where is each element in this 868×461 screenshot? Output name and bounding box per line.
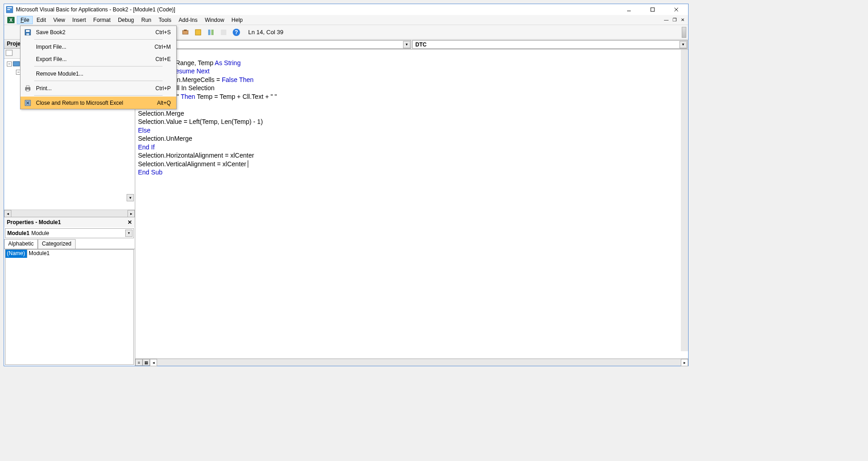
- view-code-icon[interactable]: [5, 50, 15, 58]
- menu-window[interactable]: Window: [201, 16, 228, 24]
- scroll-down-icon[interactable]: ▾: [127, 194, 134, 201]
- file-dropdown-menu: Save Book2 Ctrl+S Import File... Ctrl+M …: [20, 26, 177, 109]
- svg-rect-2: [7, 9, 10, 10]
- menu-view[interactable]: View: [50, 16, 69, 24]
- svg-rect-12: [208, 30, 210, 35]
- app-icon: [6, 6, 13, 13]
- svg-rect-18: [13, 61, 20, 66]
- object-combo[interactable]: ▾: [136, 40, 411, 49]
- properties-grid[interactable]: (Name) Module1: [5, 249, 134, 365]
- property-value-cell[interactable]: Module1: [27, 250, 133, 258]
- code-hscrollbar[interactable]: [157, 359, 681, 366]
- minimize-button[interactable]: [621, 5, 637, 14]
- procedure-view-icon[interactable]: ≡: [135, 359, 143, 366]
- svg-rect-29: [26, 30, 30, 32]
- maximize-button[interactable]: [644, 5, 661, 14]
- properties-object-combo[interactable]: Module1 Module ▾: [5, 228, 134, 238]
- object-browser-icon[interactable]: [205, 27, 216, 38]
- menubar: X File Edit View Insert Format Debug Run…: [4, 15, 688, 25]
- components-icon[interactable]: [193, 27, 204, 38]
- svg-rect-32: [26, 86, 29, 87]
- svg-rect-33: [26, 89, 29, 91]
- svg-rect-10: [184, 30, 187, 31]
- mdi-close-button[interactable]: ✕: [679, 17, 686, 23]
- svg-rect-14: [221, 30, 226, 35]
- property-name-cell[interactable]: (Name): [5, 250, 27, 258]
- scroll-left-icon[interactable]: ◂: [150, 359, 157, 366]
- scroll-left-icon[interactable]: ◂: [4, 210, 11, 217]
- toolbar-overflow[interactable]: [682, 27, 686, 38]
- excel-icon[interactable]: X: [7, 16, 15, 24]
- close-button[interactable]: [668, 5, 684, 14]
- window-title: Microsoft Visual Basic for Applications …: [16, 6, 621, 13]
- help-icon[interactable]: ?: [231, 27, 242, 38]
- svg-rect-30: [26, 33, 29, 35]
- titlebar: Microsoft Visual Basic for Applications …: [4, 4, 688, 15]
- toolbox-icon[interactable]: [180, 27, 191, 38]
- combo-type: Module: [31, 230, 49, 236]
- svg-rect-13: [211, 30, 214, 35]
- menu-export-file[interactable]: Export File... Ctrl+E: [20, 53, 176, 65]
- save-icon: [21, 29, 34, 36]
- menu-tools[interactable]: Tools: [155, 16, 175, 24]
- menu-edit[interactable]: Edit: [33, 16, 50, 24]
- print-icon: [21, 85, 34, 92]
- scroll-right-icon[interactable]: ▸: [681, 359, 688, 366]
- properties-panel: Properties - Module1 ✕ Module1 Module ▾ …: [4, 217, 135, 366]
- menu-addins[interactable]: Add-Ins: [175, 16, 201, 24]
- menu-print[interactable]: Print... Ctrl+P: [20, 82, 176, 94]
- tab-alphabetic[interactable]: Alphabetic: [4, 239, 38, 249]
- svg-rect-9: [183, 31, 188, 34]
- mdi-restore-button[interactable]: ❐: [671, 17, 678, 23]
- svg-rect-17: [6, 50, 12, 56]
- code-editor[interactable]: C() l As Range, Temp As String or Resume…: [135, 50, 688, 359]
- close-icon: [21, 99, 34, 107]
- chevron-down-icon[interactable]: ▾: [679, 41, 687, 48]
- scroll-right-icon[interactable]: ▸: [128, 210, 135, 217]
- procedure-combo[interactable]: DTC ▾: [412, 40, 688, 49]
- menu-run[interactable]: Run: [138, 16, 155, 24]
- combo-name: Module1: [7, 230, 30, 236]
- collapse-icon[interactable]: −: [7, 61, 12, 67]
- menu-import-file[interactable]: Import File... Ctrl+M: [20, 41, 176, 53]
- svg-rect-4: [651, 8, 654, 11]
- svg-text:X: X: [10, 18, 13, 23]
- project-icon: [13, 61, 20, 67]
- disabled-icon: [218, 27, 229, 38]
- svg-rect-11: [195, 30, 201, 35]
- menu-close-return[interactable]: Close and Return to Microsoft Excel Alt+…: [20, 97, 176, 109]
- cursor-position: Ln 14, Col 39: [248, 29, 283, 36]
- tab-categorized[interactable]: Categorized: [38, 239, 76, 249]
- project-hscroll[interactable]: ◂ ▸: [4, 210, 135, 217]
- chevron-down-icon[interactable]: ▾: [125, 230, 133, 237]
- menu-debug[interactable]: Debug: [114, 16, 138, 24]
- menu-file[interactable]: File: [17, 16, 33, 24]
- svg-rect-1: [7, 7, 12, 8]
- menu-remove-module[interactable]: Remove Module1...: [20, 67, 176, 80]
- menu-help[interactable]: Help: [228, 16, 246, 24]
- menu-insert[interactable]: Insert: [69, 16, 90, 24]
- menu-format[interactable]: Format: [90, 16, 114, 24]
- chevron-down-icon[interactable]: ▾: [403, 41, 410, 48]
- menu-save[interactable]: Save Book2 Ctrl+S: [20, 26, 176, 38]
- properties-title: Properties - Module1: [7, 219, 61, 225]
- mdi-minimize-button[interactable]: —: [663, 17, 670, 23]
- code-window: ▾ DTC ▾ C() l As Range, Temp As String o…: [135, 40, 688, 366]
- full-module-view-icon[interactable]: ▦: [143, 359, 150, 366]
- code-vscrollbar[interactable]: [681, 50, 688, 351]
- svg-text:?: ?: [235, 29, 238, 36]
- properties-close-icon[interactable]: ✕: [126, 218, 134, 226]
